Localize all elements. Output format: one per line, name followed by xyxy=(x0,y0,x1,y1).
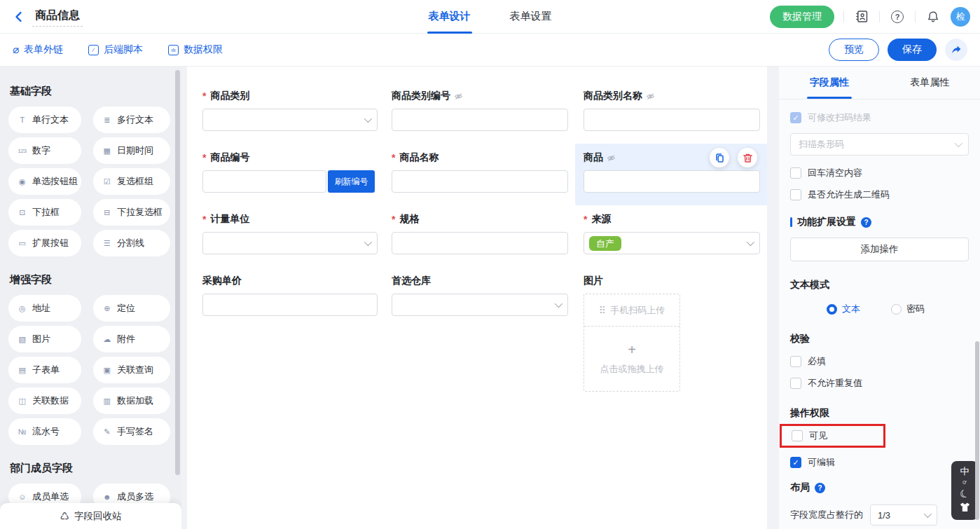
category-name-input[interactable] xyxy=(584,109,760,131)
delete-field-button[interactable] xyxy=(738,148,757,167)
chevron-down-icon xyxy=(364,238,372,246)
save-button[interactable]: 保存 xyxy=(888,39,937,61)
field-item-subform[interactable]: ▤子表单 xyxy=(8,357,81,383)
field-block-source[interactable]: *来源 自产 xyxy=(575,205,767,267)
field-block-purchase-price[interactable]: 采购单价 xyxy=(194,267,383,404)
language-toggle[interactable]: 中 xyxy=(960,467,969,476)
help-icon[interactable]: ? xyxy=(889,8,906,25)
field-item-location[interactable]: ⊕定位 xyxy=(93,295,170,322)
product-category-select[interactable] xyxy=(202,109,378,131)
form-external-link[interactable]: ⌀ 表单外链 xyxy=(13,43,63,56)
user-avatar[interactable]: 检 xyxy=(951,7,970,27)
required-checkbox[interactable] xyxy=(790,356,801,367)
field-recycle-bin[interactable]: ♺ 字段回收站 xyxy=(0,503,181,529)
refresh-code-button[interactable]: 刷新编号 xyxy=(328,170,375,193)
field-item-address[interactable]: ◎地址 xyxy=(8,295,81,322)
field-library-sidebar: 基础字段 T单行文本 ≣多行文本 123数字 ▦日期时间 ◉单选按钮组 ☑复选框… xyxy=(0,67,181,529)
copy-field-button[interactable] xyxy=(710,148,729,167)
field-block-warehouse[interactable]: 首选仓库 xyxy=(383,267,575,404)
field-block-product-selected[interactable]: 商品 xyxy=(575,144,767,205)
tab-form-properties[interactable]: 表单属性 xyxy=(880,67,980,99)
warehouse-select[interactable] xyxy=(392,294,568,316)
field-item-data-load[interactable]: ▥数据加载 xyxy=(93,387,170,414)
checkbox-icon: ☑ xyxy=(101,177,113,186)
data-permission-link[interactable]: ılı 数据权限 xyxy=(168,43,223,56)
target-icon: ⊕ xyxy=(101,304,113,313)
spec-input[interactable] xyxy=(392,232,568,254)
page-scrollbar[interactable] xyxy=(975,341,979,520)
tab-form-settings[interactable]: 表单设置 xyxy=(510,0,552,34)
field-item-checkbox-group[interactable]: ☑复选框组 xyxy=(93,168,170,195)
help-icon[interactable]: ? xyxy=(861,217,871,228)
drag-upload-area[interactable]: + 点击或拖拽上传 xyxy=(584,327,679,391)
required-row[interactable]: 必填 xyxy=(790,355,969,368)
help-icon[interactable]: ? xyxy=(815,483,825,493)
back-icon[interactable] xyxy=(13,11,25,23)
unit-select[interactable] xyxy=(202,232,378,254)
visible-checkbox[interactable] xyxy=(792,430,803,441)
preview-button[interactable]: 预览 xyxy=(829,39,879,61)
clear-on-enter-checkbox[interactable] xyxy=(790,167,801,179)
field-item-related-data[interactable]: ◫关联数据 xyxy=(8,387,81,414)
field-item-related-query[interactable]: ▣关联查询 xyxy=(93,357,170,383)
field-block-unit[interactable]: *计量单位 xyxy=(194,205,383,267)
no-duplicate-checkbox[interactable] xyxy=(790,378,801,389)
radio-text-mode[interactable]: 文本 xyxy=(827,303,860,315)
tab-form-design[interactable]: 表单设计 xyxy=(429,0,471,34)
field-item-signature[interactable]: ✎手写签名 xyxy=(93,418,170,445)
top-navbar: 商品信息 表单设计 表单设置 数据管理 ? 检 xyxy=(0,0,980,34)
field-item-multi-dropdown[interactable]: ⊟下拉复选框 xyxy=(93,199,170,226)
field-item-divider-line[interactable]: ☰分割线 xyxy=(93,230,170,256)
dark-mode-moon-icon[interactable]: ☾ xyxy=(958,488,971,501)
allow-qrcode-row[interactable]: 是否允许生成二维码 xyxy=(790,188,969,201)
visible-row[interactable]: 可见 xyxy=(792,430,883,442)
field-item-single-text[interactable]: T单行文本 xyxy=(8,107,81,133)
data-manage-button[interactable]: 数据管理 xyxy=(770,6,834,28)
field-block-image-upload[interactable]: 图片 ⠿ 手机扫码上传 + 点击或拖拽上传 xyxy=(575,267,767,404)
field-item-attachment[interactable]: ☁附件 xyxy=(93,326,170,352)
scan-result-editable-row[interactable]: 可修改扫码结果 xyxy=(790,111,969,124)
backend-script-link[interactable]: ∕ 后端脚本 xyxy=(88,43,143,56)
pen-icon: ✎ xyxy=(101,427,113,437)
field-item-multi-text[interactable]: ≣多行文本 xyxy=(93,107,170,133)
field-block-product-name[interactable]: *商品名称 xyxy=(383,144,575,205)
field-item-image[interactable]: ▧图片 xyxy=(8,326,81,352)
scan-upload-area[interactable]: ⠿ 手机扫码上传 xyxy=(584,294,679,327)
field-block-category-name[interactable]: 商品类别名称 xyxy=(575,82,767,144)
clear-on-enter-row[interactable]: 回车清空内容 xyxy=(790,167,969,179)
field-width-select[interactable]: 1/3 xyxy=(870,504,937,525)
source-select[interactable]: 自产 xyxy=(584,232,760,254)
purchase-price-input[interactable] xyxy=(202,294,378,316)
notification-bell-icon[interactable] xyxy=(925,8,941,25)
editable-row[interactable]: 可编辑 xyxy=(790,456,969,469)
copy-icon xyxy=(715,153,725,163)
product-name-input[interactable] xyxy=(392,170,568,193)
field-item-number[interactable]: 123数字 xyxy=(8,137,81,164)
category-code-input[interactable] xyxy=(392,109,568,131)
field-block-category-code[interactable]: 商品类别编号 xyxy=(383,82,575,144)
sidebar-scrollbar[interactable] xyxy=(175,70,180,475)
field-block-spec[interactable]: *规格 xyxy=(383,205,575,267)
theme-shirt-icon[interactable] xyxy=(960,502,970,514)
page-title[interactable]: 商品信息 xyxy=(32,7,83,27)
scan-mode-select[interactable]: 扫描条形码 xyxy=(790,133,969,156)
field-item-dropdown[interactable]: ⊡下拉框 xyxy=(8,199,81,226)
field-block-product-category[interactable]: *商品类别 xyxy=(194,82,383,144)
trash-icon xyxy=(743,153,753,163)
editable-checkbox[interactable] xyxy=(790,457,801,468)
radio-password-mode[interactable]: 密码 xyxy=(891,303,925,315)
tab-field-properties[interactable]: 字段属性 xyxy=(779,67,880,99)
contacts-book-icon[interactable] xyxy=(853,8,870,25)
no-duplicate-row[interactable]: 不允许重复值 xyxy=(790,377,969,390)
product-input[interactable] xyxy=(584,170,760,193)
field-item-extend-button[interactable]: ▭扩展按钮 xyxy=(8,230,81,256)
add-action-button[interactable]: 添加操作 xyxy=(790,238,969,261)
mini-toggle-icon[interactable]: ơ xyxy=(962,479,967,486)
field-item-serial-number[interactable]: №流水号 xyxy=(8,418,81,445)
field-item-datetime[interactable]: ▦日期时间 xyxy=(93,137,170,164)
allow-qrcode-checkbox[interactable] xyxy=(790,189,801,200)
product-code-input[interactable] xyxy=(202,170,326,193)
field-item-radio-group[interactable]: ◉单选按钮组 xyxy=(8,168,81,195)
field-block-product-code[interactable]: *商品编号 刷新编号 xyxy=(194,144,383,205)
share-button[interactable] xyxy=(945,39,967,61)
